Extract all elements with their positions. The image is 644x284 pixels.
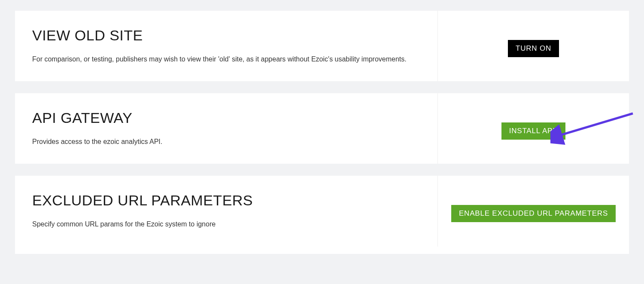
card-action-area: TURN ON [438,11,629,81]
card-description: Provides access to the ezoic analytics A… [32,136,420,147]
card-api-gateway: API GATEWAY Provides access to the ezoic… [15,93,629,164]
card-description: For comparison, or testing, publishers m… [32,53,420,65]
card-action-area: ENABLE EXCLUDED URL PARAMETERS [438,176,629,246]
card-excluded-url-parameters: EXCLUDED URL PARAMETERS Specify common U… [15,176,629,246]
card-content: API GATEWAY Provides access to the ezoic… [15,93,438,164]
card-title: EXCLUDED URL PARAMETERS [32,192,420,209]
card-description: Specify common URL params for the Ezoic … [32,218,420,230]
card-title: VIEW OLD SITE [32,27,420,44]
card-action-area: INSTALL APP [438,93,629,164]
card-view-old-site: VIEW OLD SITE For comparison, or testing… [15,11,629,81]
turn-on-button[interactable]: TURN ON [508,40,559,57]
card-content: VIEW OLD SITE For comparison, or testing… [15,11,438,81]
card-title: API GATEWAY [32,110,420,126]
enable-excluded-url-parameters-button[interactable]: ENABLE EXCLUDED URL PARAMETERS [451,205,616,222]
card-content: EXCLUDED URL PARAMETERS Specify common U… [15,176,438,246]
install-app-button[interactable]: INSTALL APP [501,122,566,140]
